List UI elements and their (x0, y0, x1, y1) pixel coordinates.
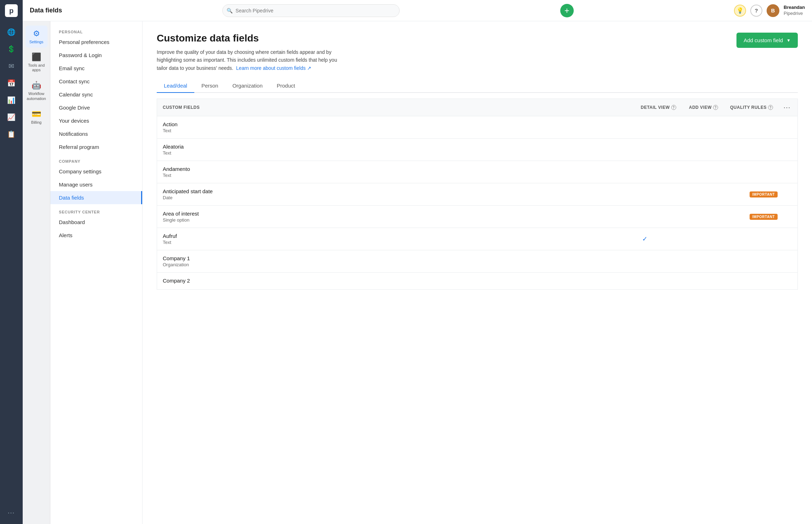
workflow-icon: 🤖 (32, 81, 41, 90)
field-row-anticipated-start-date: Anticipated start date Date IMPORTANT (157, 183, 798, 205)
settings-icon-billing[interactable]: 💳 Billing (26, 106, 48, 128)
settings-icon-settings[interactable]: ⚙ Settings (26, 26, 48, 48)
tabs-container: Lead/deal Person Organization Product (157, 79, 798, 93)
search-bar: 🔍 (222, 4, 400, 17)
field-row-company-2: Company 2 (157, 272, 798, 290)
nav-item-files[interactable]: 📋 (4, 126, 19, 142)
search-icon: 🔍 (227, 8, 233, 13)
field-row-area-of-interest: Area of interest Single option IMPORTANT (157, 205, 798, 228)
field-type: Text (163, 128, 636, 133)
nav-item-deals[interactable]: 💲 (4, 41, 19, 57)
nav-link-referral-program[interactable]: Referral program (50, 140, 142, 154)
nav-item-calendar[interactable]: 📅 (4, 75, 19, 91)
avatar[interactable]: B (767, 4, 779, 17)
user-name: Breandan (784, 5, 805, 11)
tips-icon[interactable]: 💡 (734, 5, 746, 17)
field-type: Text (163, 240, 636, 245)
search-input[interactable] (222, 4, 400, 17)
field-name: Anticipated start date (163, 188, 636, 194)
billing-icon: 💳 (32, 110, 41, 119)
nav-link-alerts[interactable]: Alerts (50, 229, 142, 242)
nav-section-personal: PERSONAL (50, 27, 142, 35)
field-type: Organization (163, 262, 636, 267)
field-name: Area of interest (163, 211, 636, 217)
left-nav: p 🌐 💲 ✉ 📅 📊 📈 📋 ⋯ (0, 0, 23, 524)
nav-link-contact-sync[interactable]: Contact sync (50, 75, 142, 88)
settings-nav: PERSONAL Personal preferences Password &… (50, 21, 143, 524)
col-header-custom-fields: CUSTOM FIELDS (163, 105, 635, 110)
settings-icon-workflow[interactable]: 🤖 Workflow automation (26, 77, 48, 104)
table-more-menu[interactable]: ⋯ (782, 103, 792, 112)
important-badge-anticipated: IMPORTANT (750, 191, 778, 197)
add-button[interactable]: + (560, 4, 574, 17)
app-logo[interactable]: p (5, 4, 18, 17)
field-name: Company 2 (163, 278, 636, 284)
page-description: Improve the quality of your data by choo… (157, 48, 348, 72)
field-info: Company 1 Organization (163, 255, 636, 267)
tab-lead-deal[interactable]: Lead/deal (157, 79, 194, 93)
main-page-title: Customize data fields (157, 33, 348, 44)
nav-link-personal-preferences[interactable]: Personal preferences (50, 35, 142, 49)
nav-link-your-devices[interactable]: Your devices (50, 114, 142, 127)
field-name: Aleatoria (163, 144, 636, 150)
field-row-action: Action Text (157, 116, 798, 138)
add-custom-field-label: Add custom field (744, 37, 783, 43)
nav-item-reports[interactable]: 📊 (4, 92, 19, 108)
field-name: Company 1 (163, 255, 636, 261)
field-row-company-1: Company 1 Organization (157, 250, 798, 272)
field-info: Andamento Text (163, 166, 636, 178)
detail-view-help-icon[interactable]: ? (671, 105, 676, 110)
nav-section-company: COMPANY (50, 154, 142, 165)
nav-item-insights[interactable]: 📈 (4, 109, 19, 125)
nav-link-data-fields[interactable]: Data fields (50, 191, 142, 204)
learn-more-link[interactable]: Learn more about custom fields ↗ (236, 65, 311, 71)
tab-person[interactable]: Person (194, 79, 226, 93)
field-type: Date (163, 195, 636, 200)
nav-link-calendar-sync[interactable]: Calendar sync (50, 88, 142, 101)
nav-link-manage-users[interactable]: Manage users (50, 178, 142, 191)
nav-link-google-drive[interactable]: Google Drive (50, 101, 142, 114)
field-row-aleatoria: Aleatoria Text (157, 138, 798, 161)
nav-link-dashboard[interactable]: Dashboard (50, 216, 142, 229)
col-header-add-view: ADD VIEW ? (689, 105, 724, 110)
nav-link-password-login[interactable]: Password & Login (50, 49, 142, 62)
field-info: Aufruf Text (163, 233, 636, 245)
main-content: Customize data fields Improve the qualit… (143, 21, 812, 524)
tab-product[interactable]: Product (270, 79, 302, 93)
field-type: Single option (163, 217, 636, 223)
table-header: CUSTOM FIELDS DETAIL VIEW ? ADD VIEW ? Q… (157, 99, 798, 116)
nav-link-notifications[interactable]: Notifications (50, 127, 142, 140)
col-header-quality-rules: QUALITY RULES ? (730, 105, 776, 110)
tools-icon: ⬛ (32, 52, 41, 62)
field-row-andamento: Andamento Text (157, 161, 798, 183)
tab-organization[interactable]: Organization (225, 79, 269, 93)
field-name: Action (163, 121, 636, 127)
field-name: Andamento (163, 166, 636, 172)
page-header-text: Customize data fields Improve the qualit… (157, 33, 348, 72)
user-company: Pipedrive (784, 11, 805, 17)
settings-icon-sidebar: ⚙ Settings ⬛ Tools and apps 🤖 Workflow a… (23, 21, 50, 524)
nav-section-security: SECURITY CENTER (50, 204, 142, 216)
field-name: Aufruf (163, 233, 636, 239)
help-icon[interactable]: ? (750, 5, 762, 17)
nav-item-mail[interactable]: ✉ (4, 58, 19, 74)
nav-more-dots[interactable]: ⋯ (5, 506, 18, 520)
field-info: Company 2 (163, 278, 636, 284)
gear-icon: ⚙ (33, 29, 40, 38)
nav-link-company-settings[interactable]: Company settings (50, 165, 142, 178)
field-type: Text (163, 173, 636, 178)
add-view-help-icon[interactable]: ? (713, 105, 718, 110)
checkmark-aufruf: ✓ (642, 235, 647, 243)
workflow-label: Workflow automation (27, 91, 46, 101)
add-custom-field-button[interactable]: Add custom field ▼ (736, 33, 798, 48)
quality-rules-help-icon[interactable]: ? (768, 105, 773, 110)
nav-item-globe[interactable]: 🌐 (4, 24, 19, 40)
field-info: Anticipated start date Date (163, 188, 636, 200)
field-type: Text (163, 150, 636, 156)
field-info: Action Text (163, 121, 636, 133)
nav-link-email-sync[interactable]: Email sync (50, 62, 142, 75)
settings-icon-tools[interactable]: ⬛ Tools and apps (26, 49, 48, 76)
field-row-aufruf: Aufruf Text ✓ (157, 228, 798, 250)
topbar: Data fields 🔍 + 💡 ? B Breandan Pipedrive (23, 0, 812, 21)
page-header: Customize data fields Improve the qualit… (157, 33, 798, 72)
